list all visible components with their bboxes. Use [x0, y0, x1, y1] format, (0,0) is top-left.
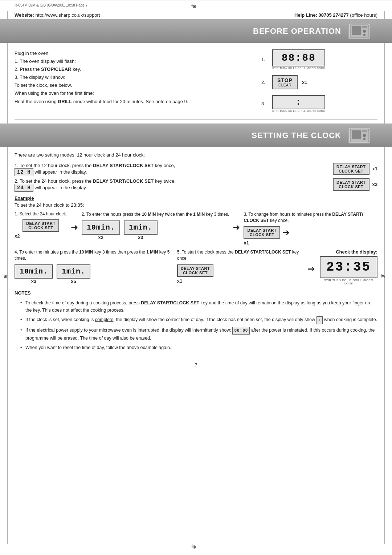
crosshair-left: ⊕	[4, 274, 11, 281]
ef4-1min-display: 1min.	[57, 264, 90, 279]
step3-display-wrap: : STIR TURN KG·LB GRILL MICRO COOK	[272, 95, 325, 112]
instr-1: 1. The oven display will flash:	[15, 57, 254, 65]
ef2-1min: 1 MIN	[193, 212, 205, 217]
arrow-2: ➜	[233, 222, 240, 232]
cs1-prefix: To set the 12 hour clock, press the	[20, 163, 93, 168]
clock-step-1-btn-area: DELAY START CLOCK SET x1	[333, 163, 377, 175]
ef5-delay-btn: DELAY START CLOCK SET	[177, 264, 213, 277]
ef3-delay-btn: DELAY START CLOCK SET	[244, 226, 280, 239]
step2-x-label: x1	[302, 80, 307, 85]
stop-text: STOP	[277, 77, 293, 83]
svg-point-9	[363, 138, 366, 140]
ef5-text: 5. To start the clock press the DELAY ST…	[177, 249, 302, 262]
display-8888-sub: STIR TURN KG·LB GRILL MICRO COOK	[272, 67, 325, 69]
ef5-btn-line2: CLOCK SET	[181, 271, 210, 275]
note3-8888-display: 88:88	[232, 327, 250, 335]
svg-point-4	[363, 34, 366, 36]
oven-icon-before	[348, 23, 370, 39]
ef5-x: x1	[177, 278, 182, 284]
grill-ref: GRILL	[58, 99, 72, 104]
ef2-10min-x: x2	[82, 235, 120, 240]
website-info: Website: http://www.sharp.co.uk/support	[15, 12, 100, 18]
note-item-1: To check the time of day during a cookin…	[20, 299, 377, 314]
delay-btn-2-line2: CLOCK SET	[336, 185, 366, 189]
example-flow-col1: 1. Select the 24 hour clock. DELAY START…	[15, 211, 67, 239]
setting-clock-title: SETTING THE CLOCK	[252, 131, 341, 140]
clock-intro: There are two setting modes: 12 hour clo…	[15, 151, 377, 159]
note-item-2: If the clock is set, when cooking is com…	[20, 316, 377, 324]
oven-icon-clock	[348, 127, 370, 143]
cs2-prefix: To set the 24 hour clock, press the	[20, 178, 93, 184]
cs2-appear: will appear in the display.	[34, 185, 87, 190]
cs1-appear: will appear in the display.	[34, 169, 87, 175]
before-operation-title: BEFORE OPERATION	[253, 27, 341, 36]
page-number: 7	[0, 362, 392, 368]
instr-first-time: When using the oven for the first time:	[15, 89, 254, 97]
helpline-hours: (office hours)	[350, 12, 377, 18]
delay-btn-1-line1: DELAY START	[336, 165, 366, 169]
cs1-suffix: key once,	[155, 163, 175, 168]
notes-list: To check the time of day during a cookin…	[15, 299, 377, 351]
crosshair-top: ⊕	[192, 4, 200, 11]
svg-rect-2	[362, 26, 367, 28]
clock-step-1-row: 1. To set the 12 hour clock, press the D…	[15, 163, 377, 176]
before-step-2: 2. STOP CLEAR x1	[261, 75, 377, 89]
cs2-num: 2.	[15, 178, 20, 184]
time-display-2335: 23:35	[320, 256, 377, 278]
ef2-10min: 10 MIN	[142, 212, 156, 217]
ef5-btn-line1: DELAY START	[181, 266, 210, 271]
ef4-text: 4. To enter the minutes press the 10 MIN…	[15, 249, 172, 262]
example-flow-col4: 4. To enter the minutes press the 10 MIN…	[15, 249, 172, 284]
svg-rect-7	[362, 130, 367, 132]
clock-section: There are two setting modes: 12 hour clo…	[15, 151, 377, 357]
instr-3: 3. The display will show:	[15, 73, 254, 81]
instr-plug: Plug in the oven.	[15, 49, 254, 57]
ef5-key: DELAY START/CLOCK SET	[235, 250, 291, 255]
ef2-displays: 10min. x2 1min. x3	[82, 220, 158, 240]
note-item-4: When you want to reset the time of day, …	[20, 344, 377, 351]
display-8888-text: 88:88	[282, 52, 316, 64]
clear-text: CLEAR	[277, 83, 293, 87]
example-flow-top: 1. Select the 24 hour clock. DELAY START…	[15, 211, 377, 246]
ef2-1min-display: 1min.	[124, 220, 158, 235]
ef3-key: DELAY START/ CLOCK SET	[244, 212, 363, 223]
delay-btn-1-line2: CLOCK SET	[336, 169, 366, 173]
crosshair-bottom: ⊕	[192, 544, 200, 551]
arrow-3: ➜	[282, 227, 290, 238]
clock-step-2-text: 2. To set the 24 hour clock, press the D…	[15, 178, 326, 192]
example-flow-bottom: 4. To enter the minutes press the 10 MIN…	[15, 249, 377, 285]
notes-heading: NOTES	[15, 289, 377, 297]
delay-btn-1: DELAY START CLOCK SET	[333, 163, 369, 175]
helpline-info: Help Line: 08705 274277 (office hours)	[294, 12, 377, 18]
before-op-steps: 1. 88:88 STIR TURN KG·LB GRILL MICRO COO…	[261, 49, 377, 112]
ef2-1min-wrap: 1min. x3	[124, 220, 158, 240]
example-flow-col2: 2. To enter the hours press the 10 MIN k…	[82, 211, 229, 240]
ef1-text: 1. Select the 24 hour clock.	[15, 211, 67, 216]
delay-btn-1-x: x1	[372, 166, 377, 171]
arrow-1: ➜	[71, 222, 78, 232]
delay-btn-2-line1: DELAY START	[336, 180, 366, 185]
stop-clear-ref: STOP/CLEAR	[41, 66, 72, 72]
check-display-sub: STIR TURN KG·LB GRILL MICRO COOK	[320, 279, 377, 285]
svg-rect-1	[352, 26, 361, 35]
ef4-displays: 10min. x3 1min. x5	[15, 264, 90, 284]
step1-display-wrap: 88:88 STIR TURN KG·LB GRILL MICRO COOK	[272, 49, 325, 69]
before-op-layout: Plug in the oven. 1. The oven display wi…	[15, 43, 377, 116]
delay-btn-2-x: x2	[372, 182, 377, 187]
check-display-wrap: 23:35 STIR TURN KG·LB GRILL MICRO COOK	[320, 256, 377, 285]
check-display-label: Check the display:	[336, 249, 377, 255]
ef1-delay-btn: DELAY START CLOCK SET	[23, 219, 59, 232]
ef4-10min-display: 10min.	[15, 264, 53, 279]
before-step-3: 3. : STIR TURN KG·LB GRILL MICRO COOK	[261, 95, 377, 112]
ef5-btn-row: DELAY START CLOCK SET	[177, 264, 213, 277]
display-8888: 88:88	[272, 49, 325, 66]
note-item-3: If the electrical power supply to your m…	[20, 327, 377, 342]
crosshair-right: ⊕	[381, 274, 388, 281]
section-divider-1	[15, 119, 377, 120]
example-flow-col5: 5. To start the clock press the DELAY ST…	[177, 249, 302, 284]
cs1-num: 1.	[15, 163, 20, 168]
clock-step-1-text: 1. To set the 12 hour clock, press the D…	[15, 163, 326, 176]
display-colon: :	[272, 95, 325, 109]
ef3-btn-line2: CLOCK SET	[247, 232, 276, 237]
ef4-1min-wrap: 1min. x5	[57, 264, 90, 284]
